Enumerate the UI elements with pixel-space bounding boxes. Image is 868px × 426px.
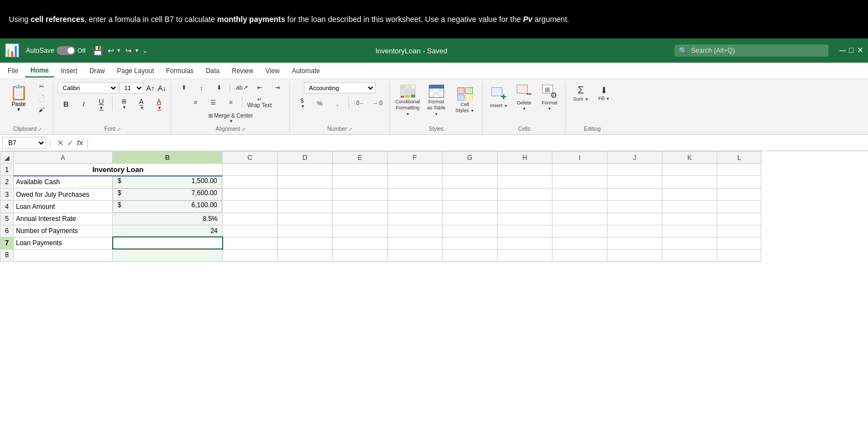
cell-e5[interactable]: [333, 213, 388, 225]
cell-a5[interactable]: Annual Interest Rate: [14, 213, 113, 225]
cell-k5[interactable]: [662, 213, 717, 225]
cell-g4[interactable]: [443, 201, 497, 213]
cell-c7[interactable]: [223, 237, 278, 249]
cell-c2[interactable]: [223, 176, 278, 189]
cell-k4[interactable]: [662, 201, 717, 213]
cell-f6[interactable]: [388, 225, 443, 237]
col-header-k[interactable]: K: [662, 152, 717, 164]
cell-j4[interactable]: [607, 201, 662, 213]
cell-g1[interactable]: [443, 164, 497, 176]
cell-h7[interactable]: [497, 237, 552, 249]
menu-review[interactable]: Review: [226, 65, 258, 77]
font-name-select[interactable]: Calibri: [58, 82, 118, 93]
fill-button[interactable]: ⬇ Fill ▼: [593, 83, 615, 103]
cell-d6[interactable]: [278, 225, 333, 237]
menu-formulas[interactable]: Formulas: [161, 65, 199, 77]
paste-button[interactable]: 📋 Paste ▼: [5, 81, 32, 114]
save-icon[interactable]: 💾: [92, 46, 103, 56]
fill-color-button[interactable]: A̲▼: [133, 96, 150, 112]
search-input[interactable]: [675, 45, 828, 57]
cell-j3[interactable]: [607, 189, 662, 201]
cell-l8[interactable]: [717, 249, 761, 261]
cell-l7[interactable]: [717, 237, 761, 249]
insert-button[interactable]: + Insert ▼: [487, 85, 511, 110]
align-bottom-button[interactable]: ⬇: [211, 82, 227, 93]
cell-k3[interactable]: [662, 189, 717, 201]
cell-j1[interactable]: [607, 164, 662, 176]
cell-i6[interactable]: [552, 225, 607, 237]
cell-e6[interactable]: [333, 225, 388, 237]
cell-f4[interactable]: [388, 201, 443, 213]
cell-a8[interactable]: [14, 249, 113, 261]
autosave-toggle[interactable]: [57, 46, 75, 55]
col-header-i[interactable]: I: [552, 152, 607, 164]
decrease-decimal-button[interactable]: .0←: [352, 98, 368, 108]
cell-a6[interactable]: Number of Payments: [14, 225, 113, 237]
col-header-j[interactable]: J: [607, 152, 662, 164]
cell-b7[interactable]: [113, 237, 223, 249]
cell-j5[interactable]: [607, 213, 662, 225]
menu-draw[interactable]: Draw: [84, 65, 110, 77]
conditional-formatting-button[interactable]: ConditionalFormatting ▼: [394, 82, 422, 119]
insert-function-icon[interactable]: fx: [77, 139, 84, 147]
menu-page-layout[interactable]: Page Layout: [112, 65, 159, 77]
cell-l3[interactable]: [717, 189, 761, 201]
cell-f7[interactable]: [388, 237, 443, 249]
cell-c1[interactable]: [223, 164, 278, 176]
cell-l6[interactable]: [717, 225, 761, 237]
cell-h1[interactable]: [497, 164, 552, 176]
increase-font-icon[interactable]: A↑: [145, 83, 156, 93]
cell-a2[interactable]: Available Cash: [14, 176, 113, 189]
menu-file[interactable]: File: [2, 65, 24, 77]
menu-automate[interactable]: Automate: [286, 65, 325, 77]
cell-i7[interactable]: [552, 237, 607, 249]
undo-icon[interactable]: ↩: [108, 46, 114, 55]
col-header-f[interactable]: F: [388, 152, 443, 164]
menu-home[interactable]: Home: [25, 64, 54, 78]
cell-k1[interactable]: [662, 164, 717, 176]
align-middle-button[interactable]: ↕: [193, 83, 209, 93]
cell-h2[interactable]: [497, 176, 552, 189]
col-header-d[interactable]: D: [278, 152, 333, 164]
cell-k6[interactable]: [662, 225, 717, 237]
close-icon[interactable]: ✕: [857, 46, 864, 56]
cell-c6[interactable]: [223, 225, 278, 237]
maximize-icon[interactable]: □: [849, 46, 854, 56]
undo-dropdown-icon[interactable]: ▼: [117, 48, 121, 53]
cell-h6[interactable]: [497, 225, 552, 237]
cell-e8[interactable]: [333, 249, 388, 261]
cell-l4[interactable]: [717, 201, 761, 213]
redo-dropdown-icon[interactable]: ▼: [134, 48, 139, 53]
increase-decimal-button[interactable]: →.0: [369, 98, 386, 108]
cell-h3[interactable]: [497, 189, 552, 201]
menu-view[interactable]: View: [260, 65, 285, 77]
cell-c3[interactable]: [223, 189, 278, 201]
font-color-button[interactable]: A▼: [151, 96, 167, 112]
cell-k7[interactable]: [662, 237, 717, 249]
format-as-table-button[interactable]: Formatas Table ▼: [423, 82, 450, 119]
cell-b8[interactable]: [113, 249, 223, 261]
align-top-button[interactable]: ⬆: [175, 82, 192, 93]
percent-button[interactable]: %: [312, 98, 328, 108]
cell-e7[interactable]: [333, 237, 388, 249]
cell-h8[interactable]: [497, 249, 552, 261]
cell-k8[interactable]: [662, 249, 717, 261]
cell-j6[interactable]: [607, 225, 662, 237]
minimize-icon[interactable]: ─: [839, 46, 845, 56]
cell-d7[interactable]: [278, 237, 333, 249]
paste-dropdown-icon[interactable]: ▼: [16, 107, 21, 112]
cell-l1[interactable]: [717, 164, 761, 176]
cell-g3[interactable]: [443, 189, 497, 201]
cell-e3[interactable]: [333, 189, 388, 201]
bold-button[interactable]: B: [58, 98, 74, 110]
select-all-icon[interactable]: ◢: [4, 154, 9, 162]
confirm-formula-icon[interactable]: ✓: [67, 139, 74, 147]
cell-d8[interactable]: [278, 249, 333, 261]
cell-f1[interactable]: [388, 164, 443, 176]
menu-insert[interactable]: Insert: [56, 65, 83, 77]
cell-g5[interactable]: [443, 213, 497, 225]
cell-g7[interactable]: [443, 237, 497, 249]
cell-a1[interactable]: Inventory Loan: [14, 164, 223, 176]
cell-f3[interactable]: [388, 189, 443, 201]
format-button[interactable]: ▤ ⚙ Format ▼: [538, 82, 562, 113]
